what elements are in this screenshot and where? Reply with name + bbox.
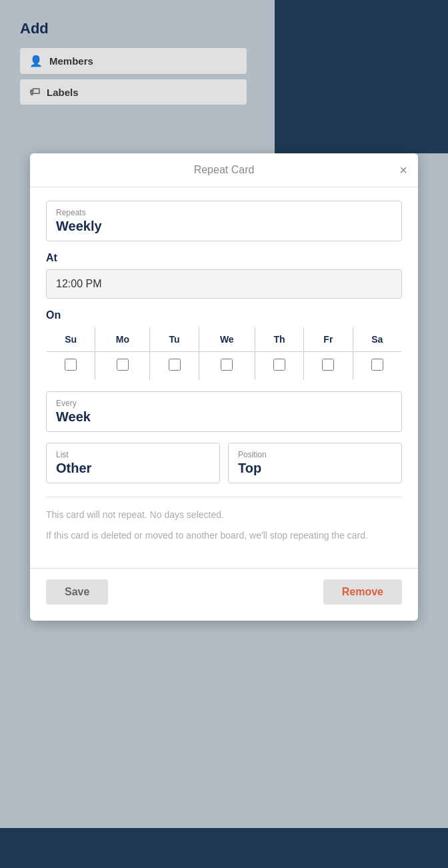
members-label: Members [49,55,93,67]
divider [46,497,402,497]
day-header-tu: Tu [150,327,199,352]
at-label: At [46,252,402,264]
position-value: Top [238,461,392,476]
checkbox-th[interactable] [273,359,285,371]
bottom-dark-bar [0,828,448,868]
modal-title: Repeat Card [194,164,255,176]
on-label: On [46,309,402,321]
every-value: Week [56,409,392,425]
repeats-label: Repeats [56,208,392,217]
members-button[interactable]: 👤 Members [20,48,247,74]
day-header-fr: Fr [304,327,353,352]
list-field[interactable]: List Other [46,443,220,483]
day-header-su: Su [47,327,95,352]
time-input[interactable]: 12:00 PM [46,269,402,299]
checkbox-sa[interactable] [371,359,383,371]
repeats-value: Weekly [56,219,392,234]
modal-footer: Save Remove [30,568,418,621]
remove-button[interactable]: Remove [323,579,402,605]
checkbox-we[interactable] [221,359,233,371]
every-label: Every [56,399,392,408]
info-no-repeat: This card will not repeat. No days selec… [46,508,402,522]
position-label: Position [238,450,392,459]
list-value: Other [56,461,210,476]
list-position-row: List Other Position Top [46,443,402,483]
save-button[interactable]: Save [46,579,108,605]
every-field[interactable]: Every Week [46,391,402,432]
modal-body: Repeats Weekly At 12:00 PM On Su Mo Tu W… [30,187,418,563]
info-deleted: If this card is deleted or moved to anot… [46,529,402,543]
repeats-field[interactable]: Repeats Weekly [46,201,402,241]
labels-icon: 🏷 [29,86,40,98]
checkbox-tu[interactable] [169,359,181,371]
sidebar-title: Add [20,20,255,37]
day-header-sa: Sa [353,327,401,352]
day-header-th: Th [255,327,303,352]
close-button[interactable]: × [399,163,407,177]
sidebar: Add 👤 Members 🏷 Labels [0,0,275,123]
checkbox-fr[interactable] [322,359,334,371]
days-of-week-table: Su Mo Tu We Th Fr Sa [46,327,402,381]
checkbox-su[interactable] [65,359,77,371]
modal-header: Repeat Card × [30,153,418,187]
day-header-mo: Mo [95,327,150,352]
labels-label: Labels [47,87,79,98]
labels-button[interactable]: 🏷 Labels [20,79,247,105]
day-header-we: We [199,327,255,352]
list-label: List [56,450,210,459]
checkbox-mo[interactable] [117,359,129,371]
position-field[interactable]: Position Top [228,443,402,483]
members-icon: 👤 [29,55,43,67]
repeat-card-modal: Repeat Card × Repeats Weekly At 12:00 PM… [30,153,418,621]
